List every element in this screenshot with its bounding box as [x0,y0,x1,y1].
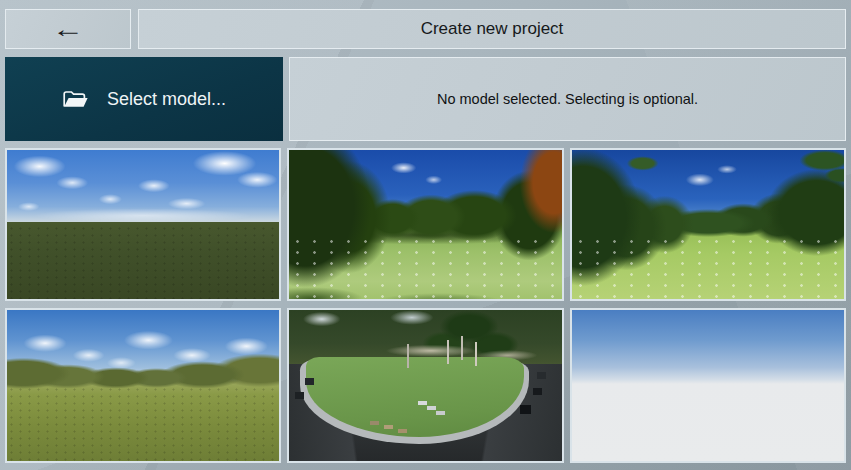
back-arrow-icon: ← [52,17,84,41]
benches-rocks-layer [289,310,296,312]
template-thumbnail-empty-plain[interactable] [570,308,846,463]
select-model-button[interactable]: Select model... [5,57,283,141]
template-thumbnail-forest-clearing[interactable] [287,148,563,301]
back-button[interactable]: ← [5,9,131,49]
open-folder-icon [62,88,89,111]
template-thumbnail-grass-field[interactable] [5,148,281,301]
meadow-flowers-texture [289,236,561,299]
grass-texture [7,386,279,462]
model-status-panel: No model selected. Selecting is optional… [289,57,846,141]
template-thumbnail-mountain-grassland[interactable] [5,308,281,463]
template-thumbnail-park-street-corner[interactable] [287,308,563,463]
top-bar: ← Create new project [0,9,851,49]
select-model-label: Select model... [107,89,226,110]
page-title: Create new project [421,19,564,39]
template-grid [5,148,846,463]
model-status-text: No model selected. Selecting is optional… [437,91,698,107]
meadow-flowers-texture [572,236,844,299]
grass-texture [7,225,279,300]
palm-trunks-layer [289,310,291,334]
model-section: Select model... No model selected. Selec… [0,57,851,141]
page-title-bar: Create new project [138,9,846,49]
template-thumbnail-tropical-meadow[interactable] [570,148,846,301]
